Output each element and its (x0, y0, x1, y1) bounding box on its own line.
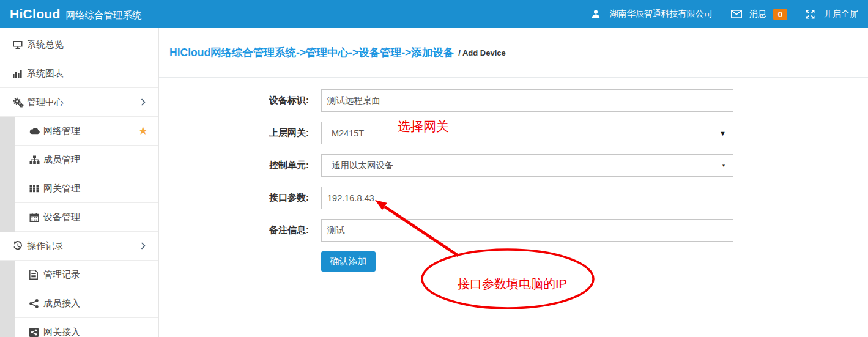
sidebar-item-label: 系统总览 (27, 39, 64, 51)
breadcrumb-path: HiCloud网络综合管理系统->管理中心->设备管理->添加设备 (169, 45, 454, 60)
sidebar-item-label: 系统图表 (27, 68, 64, 80)
sidebar-item-label: 成员接入 (43, 298, 80, 309)
breadcrumb-suffix: / Add Device (458, 48, 506, 57)
sidebar-item-label: 网关接入 (43, 327, 80, 337)
form-row-device-id: 设备标识: (159, 89, 868, 112)
star-icon: ★ (138, 125, 148, 136)
desktop-icon (13, 40, 27, 50)
upper-gateway-value: M2415T (332, 128, 364, 138)
sidebar-item-operation-records[interactable]: 操作记录 (0, 232, 158, 261)
sidebar-item-label: 网络管理 (43, 125, 80, 137)
messages-button[interactable]: 消息 0 (731, 9, 787, 20)
sidebar-item-label: 操作记录 (27, 240, 64, 252)
form-row-upper-gateway: 上层网关: M2415T ▼ (159, 122, 868, 144)
share-square-icon (29, 328, 43, 337)
add-device-form: 设备标识: 上层网关: M2415T ▼ 控制单元: 通用以太网设备 ▼ 接口参… (159, 78, 868, 272)
brand-name: HiCloud (10, 7, 61, 21)
bar-chart-icon (13, 69, 27, 78)
sidebar-item-gateway-management[interactable]: 网关管理 (0, 174, 158, 203)
main-content: HiCloud网络综合管理系统->管理中心->设备管理->添加设备 / Add … (159, 28, 868, 337)
sidebar-item-label: 管理中心 (27, 97, 64, 108)
interface-params-label: 接口参数: (159, 192, 309, 204)
calendar-icon (29, 213, 43, 222)
grid-icon (29, 184, 43, 193)
confirm-add-button[interactable]: 确认添加 (321, 251, 376, 272)
sidebar-item-management-records[interactable]: 管理记录 (0, 261, 158, 289)
control-unit-select[interactable]: 通用以太网设备 ▼ (321, 154, 733, 177)
control-unit-label: 控制单元: (159, 160, 309, 171)
sidebar-item-label: 管理记录 (43, 269, 80, 281)
upper-gateway-label: 上层网关: (159, 127, 309, 139)
messages-label: 消息 (749, 9, 766, 20)
breadcrumb: HiCloud网络综合管理系统->管理中心->设备管理->添加设备 / Add … (159, 28, 868, 78)
app-brand: HiCloud 网络综合管理系统 (10, 7, 142, 22)
sidebar-item-label: 成员管理 (43, 154, 80, 166)
user-icon (592, 10, 606, 18)
caret-down-icon: ▼ (719, 130, 726, 136)
sidebar-item-member-access[interactable]: 成员接入 (0, 289, 158, 318)
control-unit-value: 通用以太网设备 (332, 160, 394, 171)
fullscreen-label: 开启全屏 (824, 9, 858, 20)
brand-subtitle: 网络综合管理系统 (66, 9, 142, 22)
document-icon (29, 270, 43, 280)
interface-params-input[interactable] (321, 187, 733, 209)
sidebar-item-member-management[interactable]: 成员管理 (0, 146, 158, 174)
sitemap-icon (29, 155, 43, 165)
sidebar: 系统总览 系统图表 管理中心 网络管理 ★ (0, 28, 159, 337)
chevron-right-icon (141, 242, 146, 250)
history-icon (13, 241, 27, 251)
sidebar-item-system-charts[interactable]: 系统图表 (0, 59, 158, 88)
envelope-icon (731, 10, 745, 18)
sidebar-item-label: 设备管理 (43, 212, 80, 223)
sidebar-item-device-management[interactable]: 设备管理 (0, 203, 158, 232)
navbar-right: 湖南华辰智通科技有限公司 消息 0 开启全屏 (592, 9, 858, 20)
chevron-right-icon (141, 98, 146, 106)
share-icon (29, 299, 43, 308)
upper-gateway-select[interactable]: M2415T ▼ (321, 122, 733, 144)
caret-down-icon: ▼ (721, 163, 726, 168)
device-id-label: 设备标识: (159, 95, 309, 106)
company-account[interactable]: 湖南华辰智通科技有限公司 (592, 9, 713, 20)
device-id-input[interactable] (321, 89, 733, 112)
messages-count-badge: 0 (773, 9, 787, 20)
remark-label: 备注信息: (159, 224, 309, 236)
sidebar-item-network-management[interactable]: 网络管理 ★ (0, 117, 158, 146)
fullscreen-icon (806, 10, 820, 19)
form-row-remark: 备注信息: (159, 219, 868, 242)
sidebar-item-system-overview[interactable]: 系统总览 (0, 31, 158, 59)
sidebar-item-gateway-access[interactable]: 网关接入 (0, 318, 158, 337)
form-row-interface-params: 接口参数: (159, 187, 868, 209)
form-row-control-unit: 控制单元: 通用以太网设备 ▼ (159, 154, 868, 177)
cloud-icon (29, 127, 43, 135)
sidebar-item-label: 网关管理 (43, 183, 80, 194)
top-navbar: HiCloud 网络综合管理系统 湖南华辰智通科技有限公司 消息 0 (0, 0, 868, 28)
sidebar-item-management-center[interactable]: 管理中心 (0, 88, 158, 117)
fullscreen-button[interactable]: 开启全屏 (806, 9, 858, 20)
remark-input[interactable] (321, 219, 733, 242)
company-name: 湖南华辰智通科技有限公司 (610, 9, 713, 20)
gears-icon (13, 97, 27, 108)
